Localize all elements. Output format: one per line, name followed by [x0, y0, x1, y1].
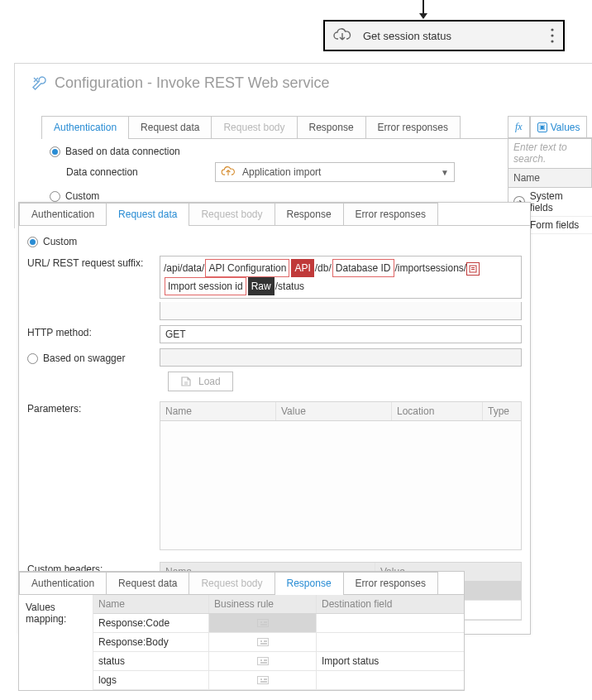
side-tab-fx[interactable]: fx: [508, 116, 530, 137]
side-tab-values-label: Values: [551, 122, 580, 133]
swagger-label: Based on swagger: [43, 352, 125, 364]
side-search-input[interactable]: Enter text to search.: [508, 138, 592, 169]
parameters-grid: Name Value Location Type: [160, 401, 522, 550]
tab-error-responses[interactable]: Error responses: [365, 116, 461, 138]
vm-name-cell: status: [93, 652, 209, 670]
tab-response-p3[interactable]: Response: [275, 572, 344, 594]
radio-based-on-connection-label: Based on data connection: [65, 146, 180, 157]
svg-point-2: [551, 40, 553, 42]
radio-custom-label-panel1: Custom: [65, 190, 99, 202]
data-connection-value: Application import: [242, 166, 321, 178]
vm-rule-cell[interactable]: [209, 652, 317, 670]
kebab-menu-icon[interactable]: [550, 27, 555, 44]
parameters-grid-head: Name Value Location Type: [160, 402, 521, 421]
col-name[interactable]: Name: [160, 402, 276, 420]
url-suffix-row: URL/ REST request suffix: /api/data/API …: [27, 256, 522, 320]
tab-authentication[interactable]: Authentication: [41, 116, 129, 138]
url-text: /importsessions/: [395, 262, 467, 274]
side-tabstrip: fx ▣ Values: [508, 116, 592, 138]
vm-row[interactable]: Response:Code: [93, 614, 464, 633]
col-location[interactable]: Location: [392, 402, 483, 420]
load-button-label: Load: [198, 376, 221, 387]
variable-icon[interactable]: [466, 262, 480, 276]
parameters-row: Parameters: Name Value Location Type: [27, 401, 522, 550]
panel3: Authentication Request data Request body…: [18, 571, 465, 691]
url-suffix-input[interactable]: /api/data/API ConfigurationAPI/db/Databa…: [160, 256, 522, 299]
col-vm-name[interactable]: Name: [93, 595, 209, 613]
tag-import-session-id[interactable]: Import session id: [165, 277, 246, 295]
radio-based-on-connection[interactable]: [50, 146, 60, 157]
flow-node-label: Get session status: [363, 30, 550, 42]
vm-name-cell: Response:Code: [93, 614, 209, 632]
tag-raw[interactable]: Raw: [248, 277, 275, 295]
tab-request-body-p2[interactable]: Request body: [189, 203, 275, 225]
values-mapping-grid: Name Business rule Destination field Res…: [93, 595, 464, 690]
tab-error-responses-p2[interactable]: Error responses: [343, 203, 438, 225]
load-icon: [180, 376, 192, 387]
url-text: /api/data/: [164, 262, 204, 274]
vm-dest-cell: Import status: [317, 652, 464, 670]
tag-api-configuration[interactable]: API Configuration: [205, 259, 289, 277]
url-text: /status: [275, 280, 304, 292]
url-suffix-label: URL/ REST request suffix:: [27, 256, 160, 269]
radio-custom-p2[interactable]: [27, 237, 38, 247]
swagger-row: Based on swagger: [27, 348, 522, 367]
panel2: Authentication Request data Request body…: [18, 202, 531, 635]
vm-row[interactable]: status Import status: [93, 652, 464, 671]
swagger-input: [160, 348, 522, 367]
svg-rect-5: [471, 269, 475, 270]
radio-based-on-swagger[interactable]: [27, 353, 38, 364]
business-rule-icon: [257, 676, 269, 684]
business-rule-icon: [257, 638, 269, 646]
cloud-download-icon: [333, 28, 351, 43]
tab-request-data-p3[interactable]: Request data: [106, 572, 189, 594]
vm-grid-head: Name Business rule Destination field: [93, 595, 464, 614]
cloud-upload-icon: [221, 166, 236, 178]
tag-api[interactable]: API: [291, 259, 313, 277]
http-method-row: HTTP method: GET: [27, 325, 522, 343]
parameters-grid-body[interactable]: [160, 421, 521, 549]
panel3-body: Values mapping: Name Business rule Desti…: [19, 595, 464, 690]
col-vm-business-rule[interactable]: Business rule: [209, 595, 317, 613]
side-item-label: Form fields: [530, 219, 579, 231]
vm-rule-cell[interactable]: [209, 633, 317, 651]
vm-rule-cell[interactable]: [209, 614, 317, 632]
tab-authentication-p3[interactable]: Authentication: [19, 572, 107, 594]
vm-dest-cell: [317, 633, 464, 651]
svg-point-1: [551, 34, 553, 36]
tab-error-responses-p3[interactable]: Error responses: [343, 572, 438, 594]
col-value[interactable]: Value: [276, 402, 392, 420]
tab-request-body[interactable]: Request body: [211, 116, 297, 138]
business-rule-icon: [257, 619, 269, 627]
tab-response-p2[interactable]: Response: [275, 203, 344, 225]
tag-database-id[interactable]: Database ID: [332, 259, 394, 277]
side-list-header: Name: [508, 169, 592, 188]
tab-authentication-p2[interactable]: Authentication: [19, 203, 107, 225]
caret-down-icon: ▼: [441, 168, 449, 177]
http-method-label: HTTP method:: [27, 325, 160, 338]
panel1-title: Configuration - Invoke REST Web service: [31, 74, 329, 92]
tab-request-data[interactable]: Request data: [128, 116, 212, 138]
data-connection-select[interactable]: Application import ▼: [215, 162, 455, 182]
load-button[interactable]: Load: [168, 372, 233, 391]
url-suffix-extra[interactable]: [160, 302, 522, 320]
url-text: /db/: [315, 262, 332, 274]
col-type[interactable]: Type: [483, 402, 521, 420]
flow-node-get-session-status[interactable]: Get session status: [323, 20, 565, 51]
side-tab-values[interactable]: ▣ Values: [530, 116, 588, 137]
col-vm-destination[interactable]: Destination field: [317, 595, 464, 613]
vm-row[interactable]: logs: [93, 671, 464, 690]
load-row: Load: [168, 372, 522, 391]
values-icon: ▣: [537, 122, 547, 132]
tab-request-body-p3[interactable]: Request body: [189, 572, 275, 594]
radio-custom-panel1[interactable]: [50, 191, 60, 202]
vm-dest-cell: [317, 671, 464, 689]
vm-name-cell: Response:Body: [93, 633, 209, 651]
vm-rule-cell[interactable]: [209, 671, 317, 689]
http-method-input[interactable]: GET: [160, 325, 522, 343]
data-connection-label: Data connection: [66, 166, 198, 178]
business-rule-icon: [257, 657, 269, 665]
tab-request-data-p2[interactable]: Request data: [106, 203, 189, 225]
tab-response[interactable]: Response: [297, 116, 366, 138]
vm-row[interactable]: Response:Body: [93, 633, 464, 652]
